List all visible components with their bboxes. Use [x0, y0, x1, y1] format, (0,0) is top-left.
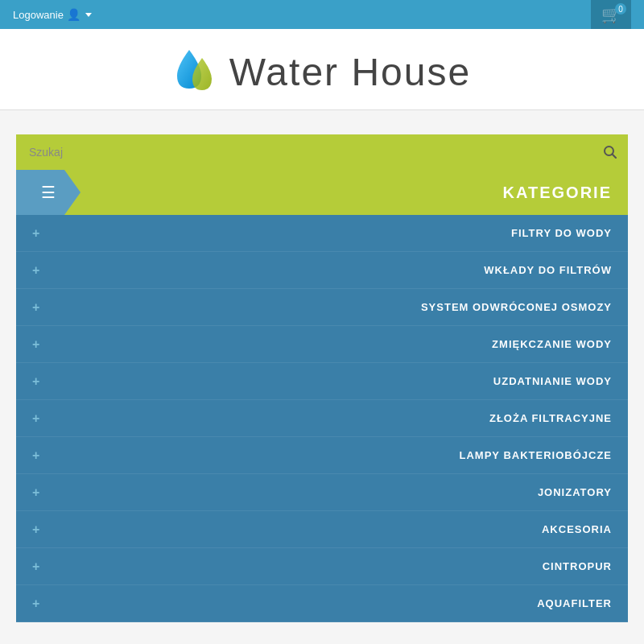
search-button[interactable] [592, 134, 628, 170]
category-name: FILTRY DO WODY [511, 227, 612, 239]
chevron-down-icon [85, 13, 92, 17]
hamburger-icon: ☰ [41, 183, 56, 202]
top-bar: Logowanie 👤 🛒 0 [0, 0, 644, 29]
category-list: +FILTRY DO WODY+WKŁADY DO FILTRÓW+SYSTEM… [16, 215, 628, 622]
category-item[interactable]: +CINTROPUR [16, 548, 628, 585]
category-item[interactable]: +UZDATNIANIE WODY [16, 363, 628, 400]
plus-icon: + [32, 374, 39, 389]
header: Water House [0, 29, 644, 110]
plus-icon: + [32, 597, 39, 611]
category-item[interactable]: +LAMPY BAKTERIOBÓJCZE [16, 437, 628, 474]
category-name: AQUAFILTER [537, 597, 612, 609]
category-name: CINTROPUR [543, 560, 612, 572]
cart-badge: 0 [615, 3, 626, 14]
login-label: Logowanie [13, 9, 64, 21]
plus-icon: + [32, 263, 39, 278]
category-name: WKŁADY DO FILTRÓW [484, 264, 612, 276]
category-name: AKCESORIA [542, 523, 612, 535]
category-item[interactable]: +AKCESORIA [16, 511, 628, 548]
category-name: ZMIĘKCZANIE WODY [492, 338, 612, 350]
cart-button[interactable]: 🛒 0 [591, 0, 631, 29]
category-item[interactable]: +ZŁOŻA FILTRACYJNE [16, 400, 628, 437]
categories-header: ☰ KATEGORIE [16, 170, 628, 215]
category-item[interactable]: +JONIZATORY [16, 474, 628, 511]
logo-icon [173, 43, 221, 100]
person-icon: 👤 [67, 8, 80, 21]
search-bar [16, 134, 628, 170]
logo[interactable]: Water House [173, 43, 471, 100]
category-item[interactable]: +WKŁADY DO FILTRÓW [16, 252, 628, 289]
search-icon [603, 145, 617, 159]
svg-line-1 [613, 155, 617, 159]
logo-text: Water House [229, 50, 471, 94]
plus-icon: + [32, 559, 39, 574]
category-name: LAMPY BAKTERIOBÓJCZE [460, 449, 613, 461]
category-item[interactable]: +SYSTEM ODWRÓCONEJ OSMOZY [16, 289, 628, 326]
category-item[interactable]: +AQUAFILTER [16, 585, 628, 622]
plus-icon: + [32, 522, 39, 537]
plus-icon: + [32, 337, 39, 352]
plus-icon: + [32, 411, 39, 426]
main-content: ☰ KATEGORIE +FILTRY DO WODY+WKŁADY DO FI… [16, 134, 628, 622]
category-item[interactable]: +FILTRY DO WODY [16, 215, 628, 252]
plus-icon: + [32, 300, 39, 315]
search-input[interactable] [16, 134, 592, 170]
plus-icon: + [32, 226, 39, 241]
category-name: ZŁOŻA FILTRACYJNE [489, 412, 612, 424]
plus-icon: + [32, 448, 39, 463]
menu-button[interactable]: ☰ [16, 170, 80, 215]
category-name: SYSTEM ODWRÓCONEJ OSMOZY [421, 301, 612, 313]
category-name: JONIZATORY [538, 486, 612, 498]
plus-icon: + [32, 485, 39, 500]
category-item[interactable]: +ZMIĘKCZANIE WODY [16, 326, 628, 363]
category-name: UZDATNIANIE WODY [493, 375, 612, 387]
categories-title: KATEGORIE [80, 184, 628, 202]
login-button[interactable]: Logowanie 👤 [13, 8, 92, 21]
